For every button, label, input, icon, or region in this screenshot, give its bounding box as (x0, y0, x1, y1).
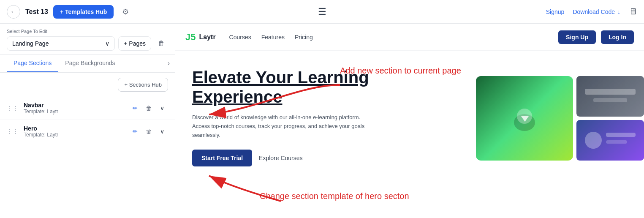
hero-images (476, 76, 644, 161)
edit-hero-button[interactable]: ✏ (129, 125, 141, 137)
topbar-right: Signup Download Code ↓ 🖥 (546, 7, 637, 16)
selected-page: Landing Page (12, 40, 49, 47)
topbar-left: ← Test 13 + Templates Hub ⚙ (7, 5, 132, 19)
side-images (576, 76, 644, 161)
download-label: Download Code (573, 8, 615, 15)
select-page-label: Select Page To Edit (7, 29, 168, 34)
preview-area: J5 Laytr Courses Features Pricing Sign U… (175, 24, 644, 218)
sections-hub-label: + Sections Hub (124, 82, 162, 88)
nav-right: Sign Up Log In (558, 30, 634, 44)
delete-navbar-button[interactable]: 🗑 (143, 102, 155, 114)
signup-link[interactable]: Signup (546, 8, 565, 15)
monitor-icon[interactable]: 🖥 (629, 7, 637, 16)
app-title: Test 13 (25, 8, 48, 16)
brand-name: Laytr (199, 33, 215, 41)
topbar-center: ☰ (318, 6, 326, 17)
section-template-hero: Template: Laytr (24, 132, 124, 138)
brand-icon: J5 (185, 32, 196, 43)
chevron-down-icon: ∨ (105, 40, 109, 47)
chevron-down-icon: ∨ (160, 105, 164, 112)
hero-main-image (476, 76, 573, 161)
hero-image-graphic (508, 101, 541, 135)
templates-hub-button[interactable]: + Templates Hub (53, 5, 114, 19)
start-trial-button[interactable]: Start Free Trial (192, 150, 252, 166)
back-icon: ← (10, 8, 17, 16)
topbar: ← Test 13 + Templates Hub ⚙ ☰ Signup Dow… (0, 0, 644, 24)
hamburger-icon[interactable]: ☰ (318, 6, 326, 17)
delete-page-button[interactable]: 🗑 (155, 37, 168, 50)
trash-icon: 🗑 (146, 128, 152, 135)
download-icon: ↓ (617, 8, 620, 15)
preview-signup-button[interactable]: Sign Up (558, 30, 596, 44)
svg-rect-4 (593, 98, 627, 102)
nav-link-features[interactable]: Features (261, 34, 285, 41)
side-image-top-graphic (576, 76, 644, 117)
pages-button[interactable]: + Pages (118, 36, 151, 51)
side-image-bottom-graphic (576, 120, 644, 161)
chevron-down-icon: ∨ (160, 128, 164, 135)
hero-title: Elevate Your Learning Experience (192, 68, 424, 106)
nav-link-pricing[interactable]: Pricing (295, 34, 313, 41)
section-name-hero: Hero (24, 125, 124, 132)
delete-hero-button[interactable]: 🗑 (143, 125, 155, 137)
section-item-hero: ⋮⋮ Hero Template: Laytr ✏ 🗑 ∨ (0, 120, 175, 143)
section-name-navbar: Navbar (24, 102, 124, 109)
tab-page-sections[interactable]: Page Sections (7, 54, 58, 72)
svg-rect-8 (606, 140, 627, 144)
trash-icon: 🗑 (158, 40, 165, 47)
tab-page-backgrounds[interactable]: Page Backgrounds (58, 54, 122, 72)
download-button[interactable]: Download Code ↓ (573, 8, 620, 15)
gear-icon: ⚙ (122, 7, 129, 16)
page-select-dropdown[interactable]: Landing Page ∨ (7, 36, 115, 51)
preview-navbar: J5 Laytr Courses Features Pricing Sign U… (175, 24, 644, 51)
sections-hub-row: + Sections Hub (0, 73, 175, 97)
drag-handle-navbar[interactable]: ⋮⋮ (7, 105, 19, 112)
nav-links: Courses Features Pricing (229, 34, 313, 41)
sections-hub-button[interactable]: + Sections Hub (118, 78, 168, 92)
section-template-navbar: Template: Laytr (24, 109, 124, 114)
edit-icon: ✏ (133, 128, 138, 135)
explore-courses-button[interactable]: Explore Courses (259, 155, 303, 161)
chevron-right-icon[interactable]: › (163, 54, 175, 72)
edit-navbar-button[interactable]: ✏ (129, 102, 141, 114)
brand-logo: J5 Laytr (185, 32, 216, 43)
side-image-bottom (576, 120, 644, 161)
gear-button[interactable]: ⚙ (119, 5, 132, 19)
main-layout: Select Page To Edit Landing Page ∨ + Pag… (0, 24, 644, 218)
svg-rect-3 (585, 89, 636, 95)
sidebar-tabs: Page Sections Page Backgrounds › (0, 54, 175, 73)
select-page-row: Landing Page ∨ + Pages 🗑 (7, 36, 168, 51)
pages-label: + Pages (124, 40, 146, 47)
select-page-section: Select Page To Edit Landing Page ∨ + Pag… (0, 24, 175, 54)
sidebar: Select Page To Edit Landing Page ∨ + Pag… (0, 24, 175, 218)
back-button[interactable]: ← (7, 5, 20, 19)
hero-description: Discover a world of knowledge with our a… (192, 113, 378, 139)
side-image-top (576, 76, 644, 117)
section-list: ⋮⋮ Navbar Template: Laytr ✏ 🗑 ∨ (0, 97, 175, 218)
svg-rect-7 (606, 133, 636, 137)
section-info-navbar: Navbar Template: Laytr (24, 102, 124, 114)
section-actions-navbar: ✏ 🗑 ∨ (129, 102, 168, 114)
expand-hero-button[interactable]: ∨ (156, 125, 168, 137)
svg-point-6 (585, 132, 602, 149)
nav-link-courses[interactable]: Courses (229, 34, 251, 41)
hero-content: Elevate Your Learning Experience Discove… (192, 68, 424, 201)
preview-login-button[interactable]: Log In (601, 30, 634, 44)
drag-handle-hero[interactable]: ⋮⋮ (7, 128, 19, 135)
templates-hub-label: + Templates Hub (60, 8, 107, 15)
preview-hero-section: Elevate Your Learning Experience Discove… (175, 51, 644, 211)
edit-icon: ✏ (133, 105, 138, 112)
section-actions-hero: ✏ 🗑 ∨ (129, 125, 168, 137)
trash-icon: 🗑 (146, 105, 152, 112)
expand-navbar-button[interactable]: ∨ (156, 102, 168, 114)
preview-inner: J5 Laytr Courses Features Pricing Sign U… (175, 24, 644, 218)
svg-rect-2 (576, 76, 644, 117)
section-info-hero: Hero Template: Laytr (24, 125, 124, 138)
hero-actions: Start Free Trial Explore Courses (192, 150, 424, 166)
section-item-navbar: ⋮⋮ Navbar Template: Laytr ✏ 🗑 ∨ (0, 97, 175, 120)
